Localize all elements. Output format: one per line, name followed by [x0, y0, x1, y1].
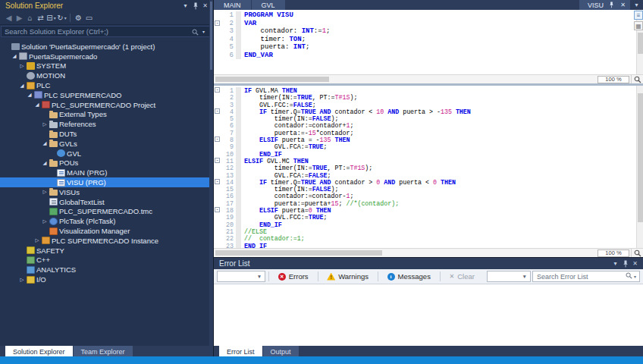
breakpoint-margin[interactable] — [236, 94, 241, 101]
code-line-1[interactable]: -1IF GVL.MA THEN — [214, 87, 636, 94]
code-line-11[interactable]: -11ELSIF GVL.MC THEN — [214, 158, 636, 165]
errors-filter-button[interactable]: Errors — [272, 271, 315, 283]
breakpoint-margin[interactable] — [236, 20, 241, 28]
search-icon[interactable] — [192, 25, 199, 39]
breakpoint-margin[interactable] — [236, 102, 241, 108]
declaration-editor[interactable]: ≡ ▦ 1PROGRAM VISU-2VAR3 contador: INT:=1… — [214, 10, 643, 83]
implementation-hscrollbar[interactable]: 100 % — [214, 248, 643, 257]
tree-item-plc[interactable]: ◢PLC — [0, 80, 213, 90]
fold-marker-icon[interactable]: - — [215, 179, 220, 184]
code-line-4[interactable]: -4 IF tímer.Q=TRUE AND contador < 10 AND… — [214, 108, 636, 115]
breakpoint-margin[interactable] — [236, 186, 241, 193]
back-icon[interactable]: ◀ — [4, 12, 14, 24]
document-tab-main[interactable]: MAIN — [214, 0, 251, 10]
breakpoint-margin[interactable] — [236, 151, 241, 158]
panel-tab-solution-explorer[interactable]: Solution Explorer — [5, 346, 73, 356]
code-line-3[interactable]: 3 GVL.FCC:=FALSE; — [214, 102, 636, 108]
code-line-19[interactable]: 19 GVL.FCC:=TRUE; — [214, 214, 636, 221]
solution-explorer-search[interactable]: ▾ — [1, 26, 212, 37]
error-search-input[interactable] — [537, 273, 626, 281]
breakpoint-margin[interactable] — [236, 165, 241, 171]
sync-with-active-document-icon[interactable]: ⇄ — [36, 12, 45, 24]
tree-scrollbar[interactable] — [209, 0, 213, 356]
tabular-view-button[interactable]: ▦ — [634, 21, 643, 30]
collapse-arrow-icon[interactable]: ◢ — [41, 140, 49, 146]
tree-item-plc-supermercado[interactable]: ◢PLC SUPERMERCADO — [0, 90, 213, 100]
code-line-16[interactable]: 16 contador:=contador-1; — [214, 193, 636, 199]
collapse-arrow-icon[interactable]: ◢ — [18, 83, 26, 89]
breakpoint-margin[interactable] — [236, 36, 241, 44]
error-list-content[interactable] — [214, 284, 643, 346]
expand-arrow-icon[interactable]: ▷ — [41, 121, 49, 127]
tree-item-external-types[interactable]: External Types — [0, 110, 213, 120]
forward-icon[interactable]: ▶ — [14, 12, 24, 24]
declaration-hscrollbar[interactable]: 100 % — [214, 74, 643, 83]
search-caret-icon[interactable]: ▾ — [632, 274, 638, 279]
declaration-zoom-level[interactable]: 100 % — [598, 76, 629, 83]
tree-item-plc-supermercado-project[interactable]: ◢PLC_SUPERMERCADO Project — [0, 100, 213, 110]
close-icon[interactable]: ✕ — [630, 259, 640, 268]
tree-item-gvls[interactable]: ◢GVLs — [0, 139, 213, 149]
tree-item-visu-prg[interactable]: VISU (PRG) — [0, 177, 213, 187]
breakpoint-margin[interactable] — [236, 143, 241, 150]
tree-item-visus[interactable]: ▷VISUs — [0, 187, 213, 197]
collapse-all-icon[interactable]: ⊟▾ — [46, 12, 56, 24]
tree-item-pous[interactable]: ◢POUs — [0, 158, 213, 168]
breakpoint-margin[interactable] — [236, 228, 241, 235]
breakpoint-margin[interactable] — [236, 214, 241, 221]
code-line-5[interactable]: 5 tímer(IN:=FALSE); — [214, 115, 636, 122]
fold-marker-icon[interactable]: - — [215, 207, 220, 212]
collapse-arrow-icon[interactable]: ◢ — [11, 53, 18, 59]
tab-list-caret-icon[interactable]: ▼ — [630, 0, 643, 10]
breakpoint-margin[interactable] — [236, 43, 241, 52]
code-line-2[interactable]: 2 tímer(IN:=TRUE, PT:=T#1S); — [214, 94, 636, 101]
tree-item-i-o[interactable]: ▷I/O — [0, 275, 213, 284]
home-icon[interactable]: ⌂ — [25, 12, 35, 24]
breakpoint-margin[interactable] — [236, 158, 241, 165]
zoom-magnifier-icon[interactable] — [631, 75, 643, 83]
tree-item-plctask-plctask[interactable]: ▷PlcTask (PlcTask) — [0, 216, 213, 226]
code-line-14[interactable]: -14 IF tímer.Q=TRUE AND contador > 0 AND… — [214, 179, 636, 186]
breakpoint-margin[interactable] — [236, 52, 241, 60]
collapse-arrow-icon[interactable]: ◢ — [41, 160, 49, 166]
pending-changes-filter-icon[interactable]: ↻▾ — [57, 12, 67, 24]
preview-selected-items-icon[interactable]: ▭ — [84, 12, 94, 24]
code-line-2[interactable]: -2VAR — [214, 20, 636, 28]
breakpoint-margin[interactable] — [236, 221, 241, 228]
breakpoint-margin[interactable] — [236, 11, 241, 20]
clear-button[interactable]: ✕ Clear — [444, 271, 481, 283]
implementation-code[interactable]: -1IF GVL.MA THEN2 tímer(IN:=TRUE, PT:=T#… — [214, 86, 636, 248]
breakpoint-margin[interactable] — [236, 172, 241, 179]
pin-icon[interactable] — [190, 2, 200, 11]
code-line-15[interactable]: 15 tímer(IN:=FALSE); — [214, 186, 636, 193]
fold-marker-icon[interactable]: - — [215, 136, 220, 142]
expand-arrow-icon[interactable]: ▷ — [18, 277, 26, 283]
breakpoint-margin[interactable] — [236, 130, 241, 136]
code-line-21[interactable]: 21//ELSE — [214, 228, 636, 235]
breakpoint-margin[interactable] — [236, 87, 241, 94]
code-line-13[interactable]: 13 GVL.FCA:=FALSE; — [214, 172, 636, 179]
tree-item-solution-puertasupermercado-1-project[interactable]: Solution 'PuertaSupermercado' (1 project… — [0, 42, 213, 52]
tree-item-globaltextlist[interactable]: GlobalTextList — [0, 197, 213, 207]
active-document-tab[interactable]: VISU ✕ — [579, 0, 630, 10]
fold-marker-icon[interactable]: - — [215, 158, 220, 163]
tree-item-puertasupermercado[interactable]: ◢PuertaSupermercado — [0, 52, 213, 61]
code-line-4[interactable]: 4 tímer: TON; — [214, 36, 636, 44]
fold-marker-icon[interactable]: - — [215, 87, 220, 93]
code-line-17[interactable]: 17 puerta:=puerta+15; //*(contador); — [214, 200, 636, 207]
panel-tab-error-list[interactable]: Error List — [219, 346, 262, 356]
code-line-10[interactable]: 10 END_IF — [214, 151, 636, 158]
tree-item-visualization-manager[interactable]: Visualization Manager — [0, 226, 213, 236]
collapse-arrow-icon[interactable]: ◢ — [33, 102, 41, 108]
breakpoint-margin[interactable] — [236, 108, 241, 115]
expand-arrow-icon[interactable]: ▷ — [18, 63, 26, 69]
code-line-20[interactable]: 20 END_IF — [214, 221, 636, 228]
zoom-magnifier-icon[interactable] — [631, 249, 643, 257]
breakpoint-margin[interactable] — [236, 27, 241, 36]
code-line-23[interactable]: 23END_IF — [214, 243, 636, 248]
close-icon[interactable]: ✕ — [619, 2, 626, 8]
breakpoint-margin[interactable] — [236, 193, 241, 199]
breakpoint-margin[interactable] — [236, 200, 241, 207]
tree-item-plc-supermercado-instance[interactable]: ▷PLC SUPERMERCADO Instance — [0, 236, 213, 246]
tree-item-analytics[interactable]: ANALYTICS — [0, 265, 213, 275]
